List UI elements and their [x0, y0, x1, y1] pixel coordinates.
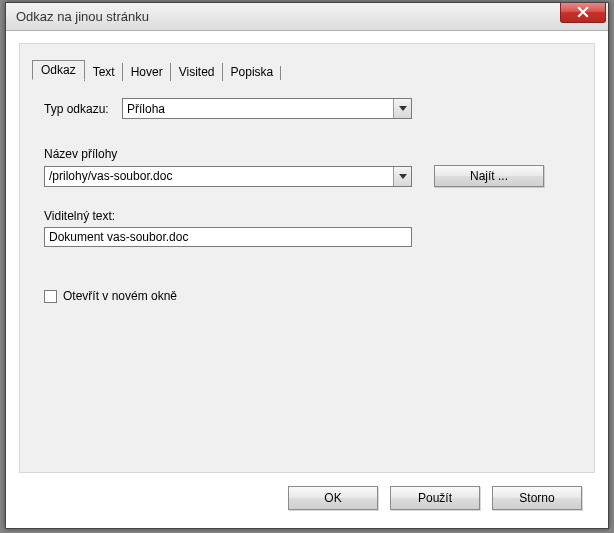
panel: Odkaz Text Hover Visited Popiska Typ odk… — [19, 43, 595, 473]
type-combo-arrow[interactable] — [393, 99, 411, 118]
close-button[interactable] — [560, 3, 606, 23]
tab-text[interactable]: Text — [84, 63, 123, 81]
window-title: Odkaz na jinou stránku — [16, 9, 149, 24]
tab-popiska[interactable]: Popiska — [222, 63, 282, 81]
tabstrip: Odkaz Text Hover Visited Popiska — [32, 60, 281, 80]
chevron-down-icon — [399, 106, 407, 111]
attachment-combo[interactable]: /prilohy/vas-soubor.doc — [44, 166, 412, 187]
tab-visited[interactable]: Visited — [170, 63, 223, 81]
label-type: Typ odkazu: — [44, 102, 122, 116]
close-icon — [577, 6, 589, 18]
find-button[interactable]: Najít ... — [434, 165, 544, 187]
ok-button[interactable]: OK — [288, 486, 378, 510]
dialog-body: Odkaz Text Hover Visited Popiska Typ odk… — [6, 31, 608, 528]
attachment-combo-arrow[interactable] — [393, 167, 411, 186]
footer-buttons: OK Použít Storno — [288, 486, 582, 510]
attachment-combo-value: /prilohy/vas-soubor.doc — [49, 169, 172, 183]
tab-odkaz[interactable]: Odkaz — [32, 60, 85, 80]
titlebar: Odkaz na jinou stránku — [6, 3, 608, 31]
tab-hover[interactable]: Hover — [122, 63, 171, 81]
type-combo[interactable]: Příloha — [122, 98, 412, 119]
apply-button[interactable]: Použít — [390, 486, 480, 510]
label-attachment-name: Název přílohy — [44, 147, 570, 161]
open-new-window-checkbox[interactable] — [44, 290, 57, 303]
tab-content: Typ odkazu: Příloha Název přílohy /prilo… — [44, 98, 570, 460]
visible-text-input[interactable] — [44, 227, 412, 247]
label-open-new-window: Otevřít v novém okně — [63, 289, 177, 303]
dialog-window: Odkaz na jinou stránku Odkaz Text Hover … — [5, 2, 609, 529]
cancel-button[interactable]: Storno — [492, 486, 582, 510]
type-combo-value: Příloha — [127, 102, 165, 116]
chevron-down-icon — [399, 174, 407, 179]
label-visible-text: Viditelný text: — [44, 209, 570, 223]
